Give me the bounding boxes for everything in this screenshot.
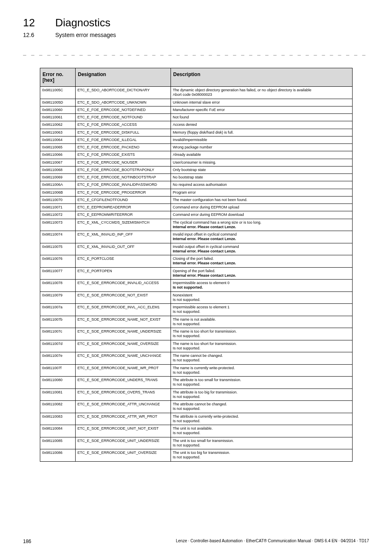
table-row: 0x98110085ETC_E_SOE_ERRORCODE_UNIT_UNDER… — [40, 437, 352, 449]
table-row: 0x98110080ETC_E_SOE_ERRORCODE_UNDERS_TRA… — [40, 377, 352, 389]
cell-description: No bootstrap state — [171, 174, 352, 181]
cell-error-no: 0x98110084 — [40, 425, 75, 437]
table-row: 0x98110077ETC_E_PORTOPENOpening of the p… — [40, 267, 352, 280]
cell-description: Only bootstrap state — [171, 166, 352, 173]
section-title: System error messages — [55, 32, 116, 38]
cell-error-no: 0x98110071 — [40, 204, 75, 211]
cell-designation: ETC_E_SOE_ERRORCODE_INVL_ACC_ELEM1 — [75, 304, 171, 316]
header-description: Description — [171, 68, 352, 87]
cell-description: Unknown internal slave error — [171, 99, 352, 106]
cell-description: Manufacturer-specific FoE error — [171, 106, 352, 113]
cell-description: The name cannot be changed.Is not suppor… — [171, 352, 352, 365]
cell-error-no: 0x98110080 — [40, 377, 75, 389]
header-error-no: Error no.[hex] — [40, 68, 75, 87]
cell-description: No required access authorisation — [171, 181, 352, 189]
table-row: 0x98110065ETC_E_FOE_ERRCODE_PACKENOWrong… — [40, 144, 352, 151]
cell-error-no: 0x98110065 — [40, 144, 75, 151]
section-number: 12.6 — [23, 32, 53, 38]
cell-error-no: 0x98110082 — [40, 401, 75, 413]
cell-designation: ETC_E_SOE_ERRORCODE_OVERS_TRANS — [75, 388, 171, 401]
table-row: 0x98110073ETC_E_XML_CYCCMDS_SIZEMISMATCH… — [40, 219, 352, 231]
cell-error-no: 0x9811007a — [40, 304, 75, 316]
cell-error-no: 0x98110061 — [40, 114, 75, 121]
cell-designation: ETC_E_SOE_ERRORCODE_NAME_UNCHANGE — [75, 352, 171, 365]
cell-error-no: 0x9811006B — [40, 189, 75, 196]
cell-error-no: 0x9811007d — [40, 340, 75, 352]
cell-designation: ETC_E_SOE_ERRORCODE_NAME_NOT_EXIST — [75, 316, 171, 328]
cell-error-no: 0x98110076 — [40, 255, 75, 268]
cell-designation: ETC_E_CFGFILENOTFOUND — [75, 196, 171, 204]
cell-error-no: 0x98110068 — [40, 166, 75, 173]
cell-designation: ETC_E_SOE_ERRORCODE_UNIT_OVERSIZE — [75, 449, 171, 462]
cell-designation: ETC_E_FOE_ERRCODE_DISKFULL — [75, 129, 171, 136]
cell-description: Command error during EEPROM download — [171, 211, 352, 219]
cell-description: Already available — [171, 151, 352, 159]
cell-error-no: 0x98110064 — [40, 136, 75, 143]
cell-description: User/consumer is missing. — [171, 159, 352, 166]
cell-error-no: 0x98110078 — [40, 280, 75, 292]
cell-error-no: 0x9811007c — [40, 328, 75, 340]
cell-designation: ETC_E_SOE_ERRORCODE_UNIT_UNDERSIZE — [75, 437, 171, 449]
cell-designation: ETC_E_FOE_ERRCODE_PROGERROR — [75, 189, 171, 196]
table-row: 0x98110081ETC_E_SOE_ERRORCODE_OVERS_TRAN… — [40, 388, 352, 401]
error-table: Error no.[hex] Designation Description 0… — [40, 68, 353, 462]
table-row: 0x98110070ETC_E_CFGFILENOTFOUNDThe maste… — [40, 196, 352, 204]
table-row: 0x9811007fETC_E_SOE_ERRORCODE_NAME_WR_PR… — [40, 364, 352, 377]
cell-designation: ETC_E_SOE_ERRORCODE_NAME_UNDERSIZE — [75, 328, 171, 340]
page-footer: 186 Lenze · Controller-based Automation … — [23, 539, 369, 544]
cell-error-no: 0x9811007f — [40, 364, 75, 377]
cell-designation: ETC_E_PORTOPEN — [75, 267, 171, 280]
cell-designation: ETC_E_FOE_ERRCODE_NOUSER — [75, 159, 171, 166]
cell-error-no: 0x98110066 — [40, 151, 75, 159]
cell-error-no: 0x98110079 — [40, 291, 75, 304]
table-row: 0x98110062ETC_E_FOE_ERRCODE_ACCESSAccess… — [40, 121, 352, 129]
header-designation: Designation — [75, 68, 171, 87]
cell-description: Access denied — [171, 121, 352, 129]
cell-description: The attribute is currently write-protect… — [171, 413, 352, 425]
table-row: 0x98110072ETC_E_EEPROMWRITEERRORCommand … — [40, 211, 352, 219]
cell-error-no: 0x98110063 — [40, 129, 75, 136]
cell-designation: ETC_E_FOE_ERRCODE_NOTFOUND — [75, 114, 171, 121]
cell-description: The name is too short for transmission.I… — [171, 328, 352, 340]
cell-description: Invalid/impermissible — [171, 136, 352, 143]
cell-description: Opening of the port failed.Internal erro… — [171, 267, 352, 280]
cell-description: The unit is not available.Is not support… — [171, 425, 352, 437]
cell-description: Command error during EEPROM upload — [171, 204, 352, 211]
table-row: 0x98110067ETC_E_FOE_ERRCODE_NOUSERUser/c… — [40, 159, 352, 166]
cell-error-no: 0x98110072 — [40, 211, 75, 219]
table-row: 0x98110083ETC_E_SOE_ERRORCODE_ATTR_WR_PR… — [40, 413, 352, 425]
cell-error-no: 0x9811007e — [40, 352, 75, 365]
table-row: 0x98110068ETC_E_FOE_ERRCODE_BOOTSTRAPONL… — [40, 166, 352, 173]
table-row: 0x9811005CETC_E_SDO_ABORTCODE_DICTIONARY… — [40, 87, 352, 99]
cell-error-no: 0x9811006A — [40, 181, 75, 189]
table-row: 0x98110079ETC_E_SOE_ERRORCODE_NOT_EXISTN… — [40, 291, 352, 304]
cell-designation: ETC_E_FOE_ERRCODE_INVALIDPASSWORD — [75, 181, 171, 189]
cell-error-no: 0x9811005D — [40, 99, 75, 106]
cell-designation: ETC_E_XML_CYCCMDS_SIZEMISMATCH — [75, 219, 171, 231]
cell-description: Wrong package number — [171, 144, 352, 151]
separator-dashes: _ _ _ _ _ _ _ _ _ _ _ _ _ _ _ _ _ _ _ _ … — [23, 49, 369, 56]
cell-designation: ETC_E_SDO_ABORTCODE_DICTIONARY — [75, 87, 171, 99]
table-row: 0x98110084ETC_E_SOE_ERRORCODE_UNIT_NOT_E… — [40, 425, 352, 437]
table-row: 0x9811005DETC_E_SDO_ABORTCODE_UNKNOWNUnk… — [40, 99, 352, 106]
cell-designation: ETC_E_XML_INVALID_INP_OFF — [75, 231, 171, 243]
cell-description: The name is too short for transmission.I… — [171, 340, 352, 352]
cell-error-no: 0x9811005C — [40, 87, 75, 99]
cell-error-no: 0x98110073 — [40, 219, 75, 231]
cell-designation: ETC_E_FOE_ERRCODE_NOTDEFINED — [75, 106, 171, 113]
chapter-number: 12 — [23, 16, 53, 29]
cell-designation: ETC_E_XML_INVALID_OUT_OFF — [75, 243, 171, 255]
table-row: 0x98110082ETC_E_SOE_ERRORCODE_ATTR_UNCHA… — [40, 401, 352, 413]
cell-designation: ETC_E_SOE_ERRORCODE_NAME_WR_PROT — [75, 364, 171, 377]
cell-designation: ETC_E_FOE_ERRCODE_BOOTSTRAPONLY — [75, 166, 171, 173]
cell-error-no: 0x98110070 — [40, 196, 75, 204]
cell-error-no: 0x98110085 — [40, 437, 75, 449]
cell-error-no: 0x98110074 — [40, 231, 75, 243]
cell-description: The attribute is too small for transmiss… — [171, 377, 352, 389]
table-row: 0x9811007aETC_E_SOE_ERRORCODE_INVL_ACC_E… — [40, 304, 352, 316]
cell-designation: ETC_E_SOE_ERRORCODE_ATTR_WR_PROT — [75, 413, 171, 425]
cell-designation: ETC_E_SOE_ERRORCODE_INVALID_ACCESS — [75, 280, 171, 292]
cell-description: Not found — [171, 114, 352, 121]
cell-description: The name is currently write-protected.Is… — [171, 364, 352, 377]
table-row: 0x9811007dETC_E_SOE_ERRORCODE_NAME_OVERS… — [40, 340, 352, 352]
